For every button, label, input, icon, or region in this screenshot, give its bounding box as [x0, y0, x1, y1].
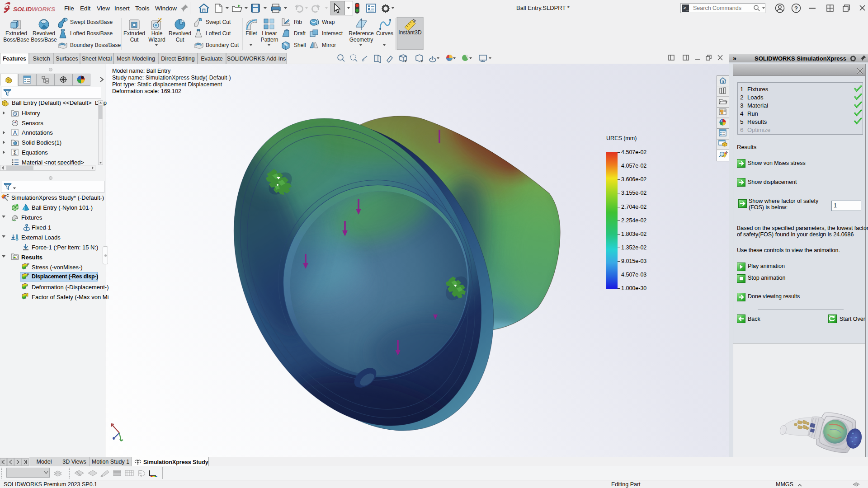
svg-text:?: ?	[794, 5, 798, 12]
svg-text:u: u	[27, 272, 29, 276]
svg-text:σ: σ	[27, 262, 29, 266]
svg-text:A: A	[13, 130, 17, 136]
svg-text:Σ: Σ	[13, 150, 16, 156]
